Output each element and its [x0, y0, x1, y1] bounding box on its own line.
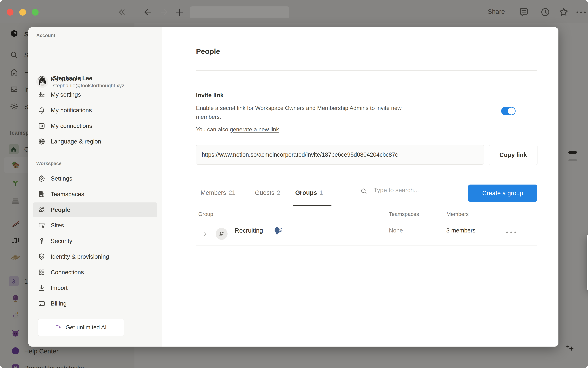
nav-item-settings[interactable]: Settings [33, 171, 157, 186]
back-arrow-icon[interactable] [143, 7, 153, 17]
history-clock-icon[interactable] [540, 7, 550, 17]
section-divider [196, 70, 537, 71]
invite-link-toggle[interactable] [501, 107, 515, 115]
settings-nav-panel: Account Stephanie Lee stephanie@toolsfor… [28, 27, 162, 347]
row-members-value: 3 members [446, 227, 476, 234]
page-title: People [196, 47, 220, 55]
tab-members[interactable]: Members 21 [201, 189, 235, 196]
grid-icon [38, 268, 46, 276]
column-header-teamspaces: Teamspaces [389, 211, 419, 217]
app-window: S Search Home Inbox Settings Teamspaces … [0, 0, 588, 368]
row-expand-chevron-icon[interactable] [202, 230, 207, 238]
tab-groups[interactable]: Groups 1 [295, 189, 323, 196]
group-name[interactable]: Recruiting [235, 227, 263, 234]
sparkles-icon [55, 324, 62, 331]
forward-arrow-icon[interactable] [159, 7, 168, 17]
nav-item-people[interactable]: People [33, 202, 157, 217]
browser-cursor-icon [38, 221, 46, 229]
new-tab-icon[interactable] [175, 7, 184, 17]
nav-item-security[interactable]: Security [33, 234, 157, 248]
arrow-out-box-icon [38, 122, 46, 130]
account-section-header: Account [36, 33, 55, 38]
sidebar-collapse-icon[interactable] [117, 7, 126, 17]
group-avatar [216, 228, 228, 240]
nav-item-my-account[interactable]: My account [33, 72, 157, 86]
tab-guests[interactable]: Guests 2 [255, 189, 280, 196]
copy-link-button[interactable]: Copy link [489, 145, 537, 165]
nav-item-sites[interactable]: Sites [33, 218, 157, 233]
row-teamspaces-value: None [389, 227, 403, 234]
nav-item-identity-provisioning[interactable]: Identity & provisioning [33, 249, 157, 264]
bell-icon [38, 106, 46, 114]
gear-icon [38, 175, 46, 182]
ai-button-label: Get unlimited AI [65, 324, 107, 331]
download-arrow-icon [38, 284, 46, 292]
active-tab-underline [293, 205, 331, 206]
speaking-head-emoji-icon [273, 226, 283, 236]
get-unlimited-ai-button[interactable]: Get unlimited AI [38, 319, 124, 336]
sliders-icon [38, 91, 46, 99]
group-search-input[interactable] [373, 186, 469, 194]
toggle-knob [508, 108, 515, 115]
people-icon [38, 206, 46, 214]
row-more-options-icon[interactable] [506, 231, 517, 234]
generate-link-line: You can also generate a new link [196, 125, 279, 134]
nav-item-import[interactable]: Import [33, 281, 157, 295]
more-options-icon[interactable] [576, 11, 586, 14]
generate-new-link[interactable]: generate a new link [230, 126, 279, 133]
nav-item-teamspaces[interactable]: Teamspaces [33, 187, 157, 202]
people-settings-panel: People ? Learn more Invite link Enable a… [162, 27, 559, 347]
shield-check-icon [38, 253, 46, 260]
workspace-section-header: Workspace [36, 161, 62, 166]
invite-url-input[interactable] [196, 145, 484, 165]
nav-item-connections[interactable]: Connections [33, 265, 157, 280]
tab-title-pill[interactable] [190, 6, 289, 18]
group-context-menu: Rename Create teamspace from gro... Dele… [587, 235, 588, 290]
globe-icon [38, 138, 46, 145]
person-circle-icon [38, 75, 46, 83]
nav-item-billing[interactable]: Billing [33, 296, 157, 311]
invite-link-heading: Invite link [196, 92, 224, 99]
table-header-border [196, 222, 537, 222]
comments-icon[interactable] [519, 7, 529, 17]
settings-modal: Account Stephanie Lee stephanie@toolsfor… [28, 27, 559, 347]
zoom-window-button[interactable] [32, 9, 39, 16]
close-window-button[interactable] [7, 9, 13, 16]
column-header-group: Group [198, 211, 213, 217]
tabs-bottom-border [196, 206, 537, 206]
share-button[interactable]: Share [488, 8, 505, 15]
nav-item-my-settings[interactable]: My settings [33, 87, 157, 102]
building-icon [38, 190, 46, 198]
nav-item-language-region[interactable]: Language & region [33, 134, 157, 149]
column-header-members: Members [446, 211, 469, 217]
search-icon[interactable] [360, 188, 367, 195]
nav-item-my-notifications[interactable]: My notifications [33, 103, 157, 118]
minimize-window-button[interactable] [19, 9, 26, 16]
key-icon [38, 237, 46, 245]
invite-description-line2: members. [196, 113, 221, 121]
nav-item-my-connections[interactable]: My connections [33, 119, 157, 133]
invite-description-line1: Enable a secret link for Workspace Owner… [196, 104, 402, 112]
table-row-border [196, 245, 537, 246]
create-group-button[interactable]: Create a group [468, 184, 537, 202]
favorite-star-icon[interactable] [559, 7, 569, 17]
credit-card-icon [38, 300, 46, 307]
